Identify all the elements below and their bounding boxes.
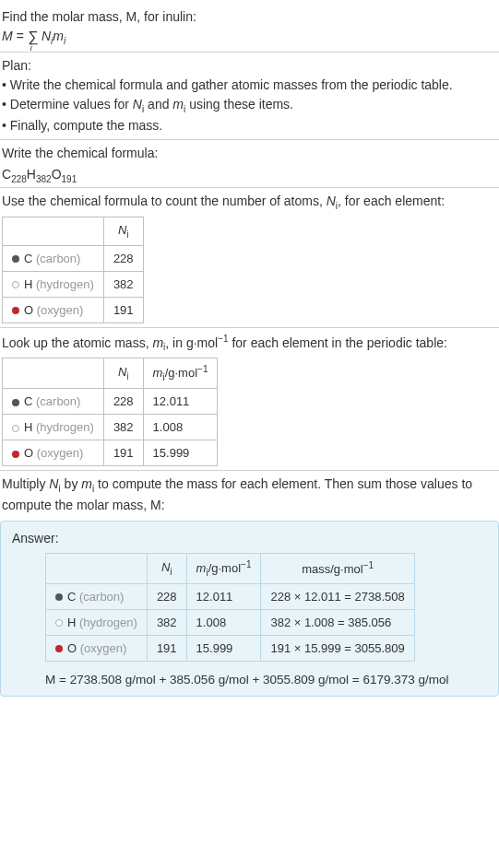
header-m: mi/g·mol−1 — [186, 553, 261, 583]
table-row: C (carbon) 228 — [3, 245, 144, 271]
n-cell: 191 — [147, 635, 186, 661]
header-blank — [3, 358, 104, 389]
header-n: Ni — [147, 553, 186, 583]
table-header-row: Ni mi/g·mol−1 — [3, 358, 218, 389]
calc-cell: 382 × 1.008 = 385.056 — [261, 609, 414, 635]
formula-m-equals: M = — [2, 29, 28, 43]
section-find-molar-mass: Find the molar mass, M, for inulin: M = … — [0, 4, 499, 53]
header-blank — [3, 217, 104, 246]
answer-table: Ni mi/g·mol−1 mass/g·mol−1 C (carbon) 22… — [45, 553, 415, 662]
hydrogen-dot-icon — [12, 425, 19, 432]
final-equation: M = 2738.508 g/mol + 385.056 g/mol + 305… — [45, 673, 487, 686]
n-cell: 382 — [103, 415, 143, 440]
section-atomic-mass: Look up the atomic mass, mi, in g·mol−1 … — [0, 328, 499, 471]
table-row: O (oxygen) 191 15.999 191 × 15.999 = 305… — [46, 635, 415, 661]
m-cell: 12.011 — [143, 389, 218, 415]
n-cell: 191 — [103, 440, 143, 466]
multiply-label: Multiply Ni by mi to compute the mass fo… — [2, 475, 497, 515]
table-row: H (hydrogen) 382 — [3, 271, 144, 297]
hydrogen-dot-icon — [55, 619, 63, 627]
element-cell: H (hydrogen) — [3, 415, 104, 440]
table-header-row: Ni mi/g·mol−1 mass/g·mol−1 — [46, 553, 415, 583]
hydrogen-dot-icon — [12, 281, 19, 288]
answer-box: Answer: Ni mi/g·mol−1 mass/g·mol−1 C (ca… — [0, 521, 499, 697]
header-m: mi/g·mol−1 — [143, 358, 218, 389]
carbon-dot-icon — [55, 593, 63, 601]
chemical-formula: C228H382O191 — [2, 163, 497, 184]
element-cell: C (carbon) — [3, 389, 104, 415]
table-row: O (oxygen) 191 — [3, 297, 144, 323]
plan-label: Plan: — [2, 56, 497, 76]
atomic-mass-table: Ni mi/g·mol−1 C (carbon) 228 12.011 H (h… — [2, 358, 218, 466]
section-chemical-formula: Write the chemical formula: C228H382O191 — [0, 140, 499, 189]
n-cell: 228 — [103, 389, 143, 415]
m-cell: 1.008 — [186, 609, 261, 635]
section-count-atoms: Use the chemical formula to count the nu… — [0, 188, 499, 327]
n-cell: 191 — [103, 297, 143, 323]
plan-bullet-2: • Determine values for Ni and mi using t… — [2, 95, 497, 116]
calc-cell: 191 × 15.999 = 3055.809 — [261, 635, 414, 661]
carbon-dot-icon — [12, 399, 19, 406]
table-header-row: Ni — [3, 217, 144, 246]
table-row: H (hydrogen) 382 1.008 382 × 1.008 = 385… — [46, 609, 415, 635]
table-row: H (hydrogen) 382 1.008 — [3, 415, 218, 440]
header-n: Ni — [103, 217, 143, 246]
m-cell: 15.999 — [143, 440, 218, 466]
element-cell: O (oxygen) — [46, 635, 148, 661]
element-cell: C (carbon) — [3, 245, 104, 271]
element-cell: O (oxygen) — [3, 297, 104, 323]
section-multiply: Multiply Ni by mi to compute the mass fo… — [0, 471, 499, 519]
formula-n: N — [42, 29, 51, 43]
header-blank — [46, 553, 148, 583]
sigma-icon: ∑i — [28, 29, 38, 45]
carbon-dot-icon — [12, 255, 19, 263]
header-mass: mass/g·mol−1 — [261, 553, 414, 583]
element-cell: H (hydrogen) — [3, 271, 104, 297]
m-cell: 1.008 — [143, 415, 218, 440]
intro-line: Find the molar mass, M, for inulin: — [2, 7, 497, 27]
element-cell: H (hydrogen) — [46, 609, 148, 635]
m-cell: 15.999 — [186, 635, 261, 661]
element-cell: C (carbon) — [46, 583, 148, 609]
table-row: C (carbon) 228 12.011 — [3, 389, 218, 415]
n-cell: 228 — [103, 245, 143, 271]
oxygen-dot-icon — [12, 307, 19, 314]
calc-cell: 228 × 12.011 = 2738.508 — [261, 583, 414, 609]
formula-m-var: m — [53, 29, 64, 43]
m-cell: 12.011 — [186, 583, 261, 609]
table-row: O (oxygen) 191 15.999 — [3, 440, 218, 466]
chem-formula-label: Write the chemical formula: — [2, 144, 497, 163]
section-plan: Plan: • Write the chemical formula and g… — [0, 53, 499, 140]
n-cell: 382 — [103, 271, 143, 297]
oxygen-dot-icon — [12, 451, 19, 458]
atom-count-table: Ni C (carbon) 228 H (hydrogen) 382 O (ox… — [2, 217, 144, 323]
n-cell: 382 — [147, 609, 186, 635]
answer-label: Answer: — [12, 531, 487, 545]
table-row: C (carbon) 228 12.011 228 × 12.011 = 273… — [46, 583, 415, 609]
oxygen-dot-icon — [55, 645, 63, 652]
plan-bullet-1: • Write the chemical formula and gather … — [2, 76, 497, 95]
count-atoms-label: Use the chemical formula to count the nu… — [2, 192, 497, 213]
atomic-mass-label: Look up the atomic mass, mi, in g·mol−1 … — [2, 332, 497, 354]
plan-bullet-3: • Finally, compute the mass. — [2, 116, 497, 135]
molar-mass-formula: M = ∑i Nimi — [2, 27, 497, 48]
element-cell: O (oxygen) — [3, 440, 104, 466]
n-cell: 228 — [147, 583, 186, 609]
header-n: Ni — [103, 358, 143, 389]
